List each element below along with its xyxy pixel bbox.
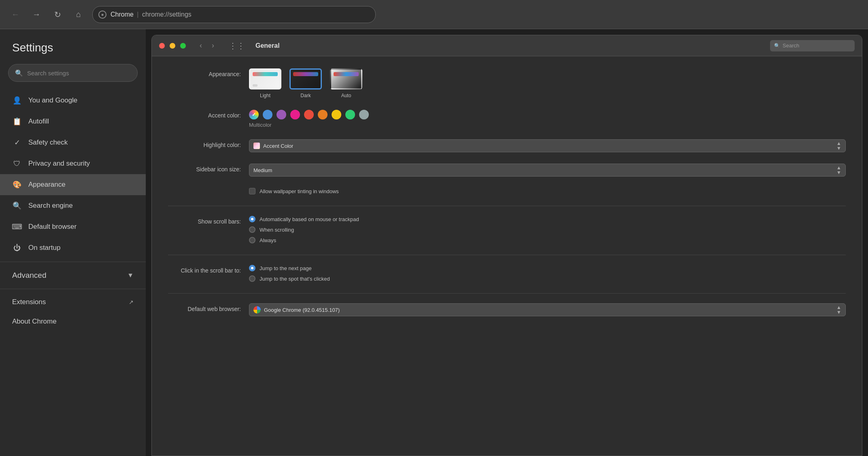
sidebar-item-label: Search engine	[28, 202, 73, 210]
sidebar-item-autofill[interactable]: 📋 Autofill	[0, 111, 146, 132]
light-theme-thumb[interactable]	[249, 68, 281, 89]
scroll-bars-when-scrolling-label: When scrolling	[260, 227, 294, 233]
scroll-bars-row: Show scroll bars: Automatically based on…	[168, 216, 846, 243]
scroll-bars-control: Automatically based on mouse or trackpad…	[249, 216, 846, 243]
accent-selected-label: Multicolor	[249, 122, 846, 128]
finder-search-input[interactable]	[783, 43, 851, 49]
main-content: Settings 🔍 👤 You and Google 📋 Autofill ✓…	[0, 29, 868, 456]
sidebar-item-label: Default browser	[28, 223, 77, 231]
sidebar-item-label: You and Google	[28, 96, 77, 104]
sidebar-title: Settings	[0, 37, 146, 64]
scroll-bars-when-scrolling[interactable]: When scrolling	[249, 226, 846, 233]
accent-yellow[interactable]	[332, 110, 341, 119]
browser-chrome: ← → ↻ ⌂ ● Chrome | chrome://settings	[0, 0, 868, 29]
accent-green[interactable]	[345, 110, 355, 119]
click-scroll-next-page-radio[interactable]	[249, 265, 255, 271]
close-button[interactable]	[159, 43, 165, 49]
sidebar-item-label: Safety check	[28, 139, 68, 147]
accent-color-control: Multicolor	[249, 110, 846, 128]
finder-nav: ‹ ›	[196, 40, 217, 51]
sidebar-search[interactable]: 🔍	[8, 64, 138, 82]
highlight-color-value: Accent Color	[253, 143, 293, 149]
scroll-bars-auto[interactable]: Automatically based on mouse or trackpad	[249, 216, 846, 222]
sidebar: Settings 🔍 👤 You and Google 📋 Autofill ✓…	[0, 29, 146, 456]
sidebar-item-appearance[interactable]: 🎨 Appearance	[0, 174, 146, 195]
sidebar-item-extensions[interactable]: Extensions ↗	[0, 292, 146, 312]
click-scroll-spot-label: Jump to the spot that's clicked	[260, 276, 330, 282]
wallpaper-tinting-checkbox[interactable]	[249, 188, 255, 194]
content-divider-1	[168, 206, 846, 206]
accent-pink[interactable]	[290, 110, 300, 119]
main-panel: ‹ › ⋮⋮ General 🔍 Appearance:	[146, 29, 868, 456]
default-browser-dropdown-arrows-icon: ▲ ▼	[836, 305, 841, 315]
finder-title: General	[255, 42, 280, 49]
home-button[interactable]: ⌂	[71, 7, 86, 22]
sidebar-item-safety-check[interactable]: ✓ Safety check	[0, 132, 146, 153]
finder-forward-button[interactable]: ›	[208, 40, 217, 51]
sidebar-item-on-startup[interactable]: ⏻ On startup	[0, 237, 146, 258]
click-scroll-radio-group: Jump to the next page Jump to the spot t…	[249, 265, 846, 282]
address-bar[interactable]: ● Chrome | chrome://settings	[92, 6, 376, 23]
sidebar-size-dropdown-arrows-icon: ▲ ▼	[836, 165, 841, 175]
accent-purple[interactable]	[277, 110, 286, 119]
sidebar-item-label: Autofill	[28, 117, 49, 126]
accent-gray[interactable]	[359, 110, 369, 119]
highlight-color-swatch	[253, 143, 260, 149]
scroll-bars-label: Show scroll bars:	[168, 216, 249, 225]
highlight-color-control: Accent Color ▲ ▼	[249, 139, 846, 152]
click-scroll-next-page[interactable]: Jump to the next page	[249, 265, 846, 271]
accent-red[interactable]	[304, 110, 314, 119]
scroll-bars-auto-radio[interactable]	[249, 216, 255, 222]
scroll-bars-always-radio[interactable]	[249, 237, 255, 243]
person-icon: 👤	[12, 96, 22, 105]
reload-button[interactable]: ↻	[50, 7, 65, 22]
sidebar-item-you-and-google[interactable]: 👤 You and Google	[0, 90, 146, 111]
divider-2	[0, 289, 146, 289]
back-button[interactable]: ←	[8, 7, 23, 22]
scroll-bars-when-scrolling-radio[interactable]	[249, 226, 255, 233]
auto-theme-thumb[interactable]	[330, 68, 362, 89]
appearance-option-light[interactable]: Light	[249, 68, 281, 98]
accent-blue[interactable]	[263, 110, 272, 119]
appearance-options: Light Dark Auto	[249, 68, 846, 98]
accent-multicolor[interactable]	[249, 110, 259, 119]
grid-view-button[interactable]: ⋮⋮	[226, 39, 248, 52]
maximize-button[interactable]	[180, 43, 186, 49]
click-scroll-spot-radio[interactable]	[249, 275, 255, 282]
advanced-section[interactable]: Advanced ▼	[0, 265, 146, 286]
wallpaper-tinting-label-empty	[168, 188, 249, 190]
shield-check-icon: ✓	[12, 138, 22, 147]
minimize-button[interactable]	[170, 43, 175, 49]
sidebar-icon-size-value: Medium	[253, 167, 272, 173]
extensions-label: Extensions	[12, 298, 46, 306]
default-browser-dropdown[interactable]: Google Chrome (92.0.4515.107) ▲ ▼	[249, 303, 846, 316]
dark-theme-label: Dark	[300, 93, 311, 98]
sidebar-item-privacy-security[interactable]: 🛡 Privacy and security	[0, 153, 146, 174]
sidebar-item-about-chrome[interactable]: About Chrome	[0, 312, 146, 331]
appearance-control: Light Dark Auto	[249, 68, 846, 98]
finder-content: Appearance: Light Dark	[152, 56, 862, 456]
click-scroll-spot[interactable]: Jump to the spot that's clicked	[249, 275, 846, 282]
search-icon: 🔍	[15, 69, 23, 77]
accent-color-row: Accent color:	[168, 110, 846, 128]
sidebar-search-input[interactable]	[27, 70, 131, 77]
site-icon: ●	[98, 11, 106, 19]
default-browser-control: Google Chrome (92.0.4515.107) ▲ ▼	[249, 303, 846, 316]
finder-search[interactable]: 🔍	[770, 40, 855, 51]
divider	[0, 262, 146, 262]
palette-icon: 🎨	[12, 180, 22, 190]
accent-orange[interactable]	[318, 110, 328, 119]
highlight-color-dropdown[interactable]: Accent Color ▲ ▼	[249, 139, 846, 152]
accent-colors	[249, 110, 846, 119]
forward-button[interactable]: →	[29, 7, 44, 22]
sidebar-item-default-browser[interactable]: ⌨ Default browser	[0, 216, 146, 237]
sidebar-icon-size-label: Sidebar icon size:	[168, 164, 249, 173]
sidebar-item-search-engine[interactable]: 🔍 Search engine	[0, 195, 146, 216]
appearance-option-dark[interactable]: Dark	[289, 68, 322, 98]
appearance-option-auto[interactable]: Auto	[330, 68, 362, 98]
scroll-bars-auto-label: Automatically based on mouse or trackpad	[260, 216, 359, 222]
finder-back-button[interactable]: ‹	[196, 40, 205, 51]
dark-theme-thumb[interactable]	[289, 68, 322, 89]
scroll-bars-always[interactable]: Always	[249, 237, 846, 243]
sidebar-icon-size-dropdown[interactable]: Medium ▲ ▼	[249, 164, 846, 177]
